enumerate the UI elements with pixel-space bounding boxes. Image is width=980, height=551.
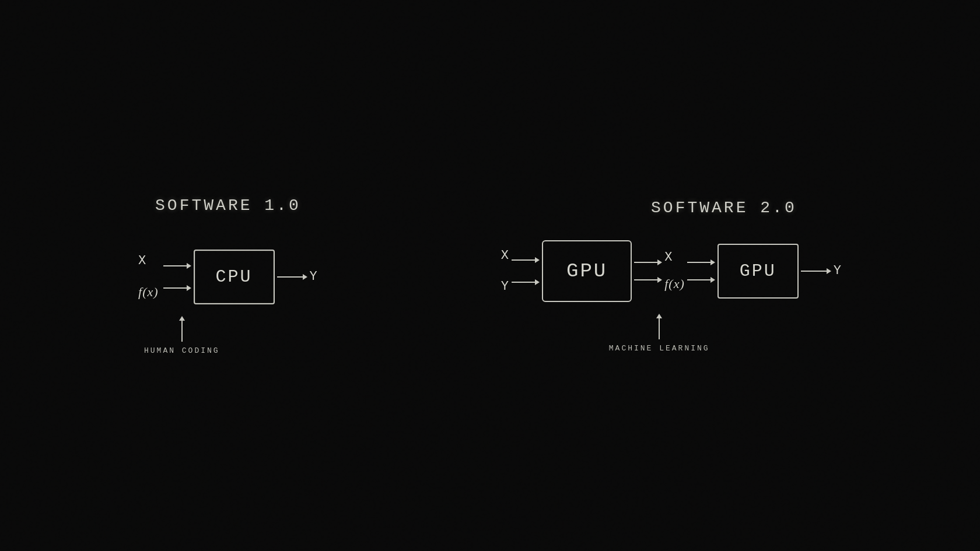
sw2-section: SOFTWARE 2.0 X Y bbox=[501, 199, 842, 353]
sw1-output-arrow bbox=[277, 274, 307, 280]
sw2-mid-arrow2 bbox=[634, 277, 662, 283]
sw1-annotation: HUMAN CODING bbox=[144, 346, 220, 355]
sw1-diagram: X f(x) CPU bbox=[138, 250, 318, 355]
sw2-title: SOFTWARE 2.0 bbox=[651, 199, 797, 217]
sw1-title: SOFTWARE 1.0 bbox=[155, 196, 301, 215]
sw2-gpu1-label: GPU bbox=[566, 260, 607, 282]
sw1-inputs: X f(x) bbox=[138, 254, 159, 300]
sw2-arrow2 bbox=[512, 279, 540, 285]
sw1-cpu-box: CPU bbox=[194, 250, 275, 304]
sw2-gpu2-arrow1 bbox=[687, 259, 715, 265]
sw2-fx-outputs: X f(x) bbox=[664, 250, 685, 292]
sw1-input2: f(x) bbox=[138, 285, 159, 300]
sw2-gpu2-input-arrows bbox=[687, 259, 715, 283]
sw2-gpu2-label: GPU bbox=[740, 261, 776, 281]
sw2-annotation-container: MACHINE LEARNING bbox=[609, 314, 710, 353]
sw2-final-arrow bbox=[801, 268, 831, 274]
sw2-mid-arrow1 bbox=[634, 259, 662, 265]
sw2-gpu2-arrow2 bbox=[687, 277, 715, 283]
sw2-diagram: X Y GPU bbox=[501, 240, 842, 353]
sw1-arrow2 bbox=[163, 285, 191, 291]
sw2-annotation: MACHINE LEARNING bbox=[609, 344, 710, 353]
sw1-arrow-up bbox=[144, 316, 220, 342]
main-container: SOFTWARE 1.0 X f(x) bbox=[0, 0, 980, 551]
sw1-input1: X bbox=[138, 254, 159, 268]
sw2-gpu2-box: GPU bbox=[718, 244, 799, 299]
sw2-inputs: X Y bbox=[501, 248, 509, 294]
sw2-input-arrows bbox=[512, 257, 540, 285]
sw2-middle-arrows bbox=[634, 259, 662, 283]
sw2-input1: X bbox=[501, 248, 509, 263]
sw1-flow: X f(x) CPU bbox=[138, 250, 318, 304]
sw2-final-output: Y bbox=[834, 264, 842, 278]
sw2-input2: Y bbox=[501, 279, 509, 294]
sw2-arrow1 bbox=[512, 257, 540, 263]
sw2-mid-output1: X bbox=[664, 250, 673, 265]
sw1-cpu-label: CPU bbox=[216, 267, 253, 287]
sw1-input-arrows bbox=[163, 263, 191, 291]
sw2-mid-output2: f(x) bbox=[664, 276, 685, 292]
sw1-section: SOFTWARE 1.0 X f(x) bbox=[138, 196, 318, 355]
sw2-flow: X Y GPU bbox=[501, 240, 842, 302]
sw2-arrow-up bbox=[609, 314, 710, 339]
sw1-annotation-container: HUMAN CODING bbox=[144, 316, 220, 355]
sw1-output: Y bbox=[310, 269, 318, 284]
sw1-arrow1 bbox=[163, 263, 191, 269]
sw2-gpu1-box: GPU bbox=[542, 240, 632, 302]
